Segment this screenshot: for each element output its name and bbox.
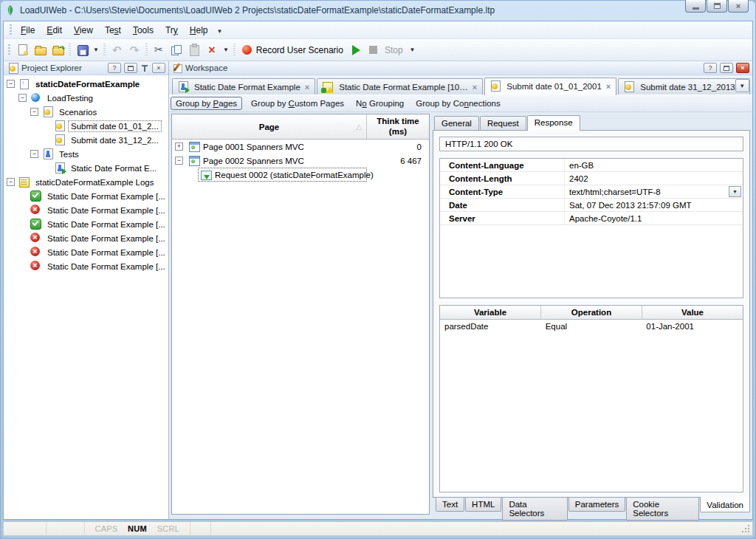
maximize-button[interactable] [707, 0, 727, 13]
resize-grip[interactable] [740, 523, 751, 534]
response-header-row[interactable]: Content-Typetext/html;charset=UTF-8▼ [440, 185, 743, 199]
paste-button[interactable] [185, 41, 203, 59]
tree-item[interactable]: −staticDateFormatExample Logs [4, 175, 168, 189]
group-button-no-grouping[interactable]: No Grouping [353, 97, 407, 109]
validation-column-header[interactable]: Operation [541, 306, 642, 319]
run-button[interactable] [352, 45, 360, 55]
record-user-scenario-button[interactable]: Record User Scenario [256, 45, 343, 55]
workspace-tab[interactable]: Static Date Format Example× [172, 78, 315, 95]
tree-item[interactable]: Submit date 31_12_2... [4, 133, 168, 147]
detail-tab-response[interactable]: Response [527, 115, 580, 131]
menu-overflow-icon[interactable]: ▼ [214, 28, 226, 35]
menu-item-test[interactable]: Test [99, 23, 127, 38]
collapse-icon[interactable]: − [30, 150, 38, 158]
workspace-help-button[interactable]: ? [704, 63, 717, 73]
response-header-row[interactable]: ServerApache-Coyote/1.1 [440, 212, 743, 225]
response-header-row[interactable]: DateSat, 07 Dec 2013 21:57:09 GMT [440, 199, 743, 212]
workspace-close-button[interactable]: × [736, 63, 749, 73]
bottom-tab-parameters[interactable]: Parameters [568, 498, 625, 512]
header-value-dropdown-icon[interactable]: ▼ [729, 186, 741, 197]
tab-list-dropdown-button[interactable]: ▼ [735, 79, 749, 92]
tree-item[interactable]: Static Date Format Example [... [4, 231, 168, 245]
bottom-tab-data-selectors[interactable]: Data Selectors [502, 498, 567, 521]
pin-icon[interactable] [140, 63, 149, 73]
think-time-value: 6 467 [367, 157, 429, 165]
bottom-tab-validation[interactable]: Validation [700, 497, 750, 512]
collapse-icon[interactable]: − [175, 157, 183, 165]
page-table-row[interactable]: −Page 0002 Spanners MVC6 467 [172, 154, 429, 168]
tree-item[interactable]: −staticDateFormatExample [4, 77, 168, 91]
menu-grip[interactable] [10, 24, 12, 36]
restore-panel-button[interactable] [124, 63, 137, 73]
redo-button[interactable]: ↷ [126, 41, 143, 59]
validation-column-header[interactable]: Value [642, 306, 743, 319]
workspace-tab[interactable]: Submit date 01_01_2001× [484, 78, 616, 95]
bottom-tab-text[interactable]: Text [436, 498, 464, 512]
tab-close-icon[interactable]: × [305, 83, 309, 92]
copy-button[interactable] [168, 41, 185, 59]
delete-button[interactable]: × [203, 41, 221, 59]
stop-dropdown-icon[interactable]: ▼ [408, 47, 418, 53]
tree-item[interactable]: Submit date 01_01_2... [4, 119, 168, 133]
workspace-tab[interactable]: Static Date Format Example [100 ...× [317, 78, 483, 95]
open-folder-button[interactable] [31, 41, 49, 59]
detail-tab-request[interactable]: Request [480, 116, 526, 130]
close-button[interactable]: × [728, 0, 749, 13]
menu-item-file[interactable]: File [15, 23, 41, 38]
menu-item-view[interactable]: View [68, 23, 99, 38]
save-dropdown-icon[interactable]: ▼ [91, 47, 101, 53]
status-cell [4, 522, 47, 535]
workspace-tab[interactable]: Submit date 31_12_2013× [618, 78, 750, 95]
expand-icon[interactable]: + [175, 143, 183, 151]
tree-item[interactable]: Static Date Format Example [... [4, 217, 168, 231]
page-column-header[interactable]: Page △ [172, 114, 367, 139]
http-status-line[interactable]: HTTP/1.1 200 OK [439, 137, 743, 151]
title-bar[interactable]: LoadUIWeb - C:\Users\Stevie\Documents\Lo… [0, 0, 756, 21]
collapse-icon[interactable]: − [30, 108, 38, 116]
toolbar-grip[interactable] [8, 44, 10, 56]
import-project-button[interactable]: ↷ [49, 41, 66, 59]
cut-button[interactable]: ✂ [150, 41, 168, 59]
tab-close-icon[interactable]: × [606, 82, 611, 91]
tree-item[interactable]: Static Date Format Example [... [4, 189, 168, 203]
workspace-restore-button[interactable] [720, 63, 733, 73]
tab-close-icon[interactable]: × [472, 83, 477, 92]
response-header-row[interactable]: Content-Length2402 [440, 172, 743, 185]
collapse-icon[interactable]: − [18, 94, 27, 102]
delete-icon: × [205, 44, 218, 56]
group-button-group-by-custom-pages[interactable]: Group by Custom Pages [248, 97, 347, 109]
response-header-row[interactable]: Content-Languageen-GB [440, 159, 743, 172]
menu-item-tools[interactable]: Tools [127, 23, 159, 38]
bottom-tab-cookie-selectors[interactable]: Cookie Selectors [626, 498, 699, 521]
menu-item-help[interactable]: Help [184, 23, 214, 38]
delete-dropdown-icon[interactable]: ▼ [221, 47, 231, 53]
close-panel-button[interactable]: × [152, 63, 165, 73]
collapse-icon[interactable]: − [7, 178, 15, 186]
think-time-column-header[interactable]: Think time (ms) [367, 114, 429, 139]
tree-item[interactable]: Static Date Format Example [... [4, 259, 168, 273]
help-button[interactable]: ? [108, 63, 121, 73]
group-button-group-by-pages[interactable]: Group by Pages [171, 97, 242, 110]
validation-column-header[interactable]: Variable [440, 306, 541, 319]
minimize-button[interactable] [685, 0, 706, 13]
collapse-icon[interactable]: − [7, 80, 15, 88]
tree-item[interactable]: Static Date Format Example [... [4, 245, 168, 259]
new-document-button[interactable] [13, 41, 31, 59]
group-button-group-by-connections[interactable]: Group by Connections [413, 97, 503, 109]
save-button[interactable] [73, 41, 91, 59]
restore-icon [128, 66, 134, 71]
tree-item[interactable]: Static Date Format E... [4, 161, 168, 175]
validation-row[interactable]: parsedDateEqual01-Jan-2001 [440, 320, 743, 334]
page-table-row[interactable]: +Page 0001 Spanners MVC0 [172, 140, 429, 154]
undo-button[interactable]: ↶ [108, 41, 126, 59]
stop-button[interactable]: Stop [365, 45, 408, 55]
tree-item[interactable]: Static Date Format Example [... [4, 203, 168, 217]
detail-tab-general[interactable]: General [434, 116, 479, 130]
tree-item[interactable]: −LoadTesting [4, 91, 168, 105]
menu-item-edit[interactable]: Edit [41, 23, 68, 38]
tree-item[interactable]: −Tests [4, 147, 168, 161]
tree-item[interactable]: −Scenarios [4, 105, 168, 119]
menu-item-try[interactable]: Try [159, 23, 184, 38]
bottom-tab-html[interactable]: HTML [465, 498, 501, 512]
page-table-row[interactable]: Request 0002 (staticDateFormatExample) [172, 168, 429, 182]
